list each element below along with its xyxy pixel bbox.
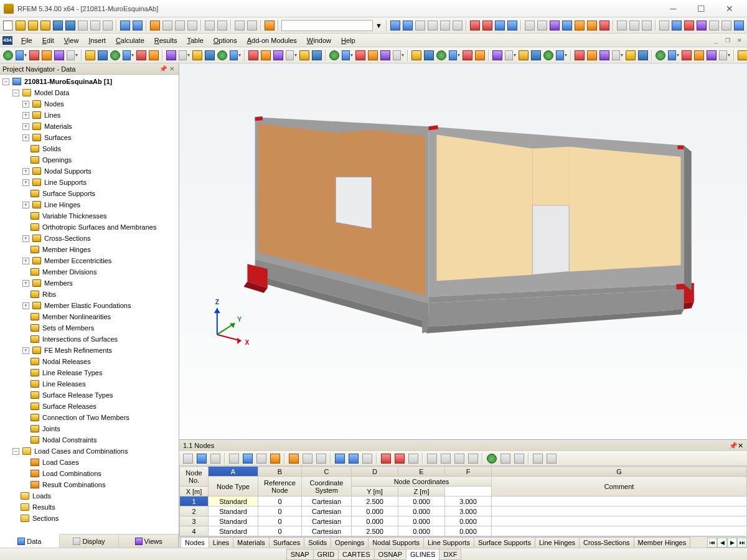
status-snap[interactable]: SNAP bbox=[286, 549, 314, 560]
tree-item-connection-of-two-members[interactable]: Connection of Two Members bbox=[0, 412, 179, 423]
sheet-nav-3[interactable]: ⏭ bbox=[737, 538, 747, 548]
table-tool-icon-16[interactable] bbox=[426, 452, 438, 465]
navigator-close-icon[interactable]: ✕ bbox=[167, 65, 176, 72]
tool2-icon-5[interactable]: ▾ bbox=[66, 49, 78, 62]
table-tool-icon-6[interactable] bbox=[269, 452, 281, 465]
menu-add-on-modules[interactable]: Add-on Modules bbox=[242, 35, 302, 45]
close-button[interactable]: ✕ bbox=[715, 2, 743, 16]
tool2-icon-13[interactable]: ▾ bbox=[178, 49, 190, 62]
table-tool-icon-24[interactable] bbox=[545, 452, 558, 465]
table-tool-icon-5[interactable] bbox=[255, 452, 268, 465]
status-osnap[interactable]: OSNAP bbox=[374, 549, 407, 560]
tool2-icon-50[interactable] bbox=[681, 49, 692, 62]
doc-min-icon[interactable]: _ bbox=[711, 36, 721, 45]
redo-icon[interactable] bbox=[132, 19, 143, 32]
tool2-icon-47[interactable] bbox=[637, 49, 649, 62]
menu-results[interactable]: Results bbox=[149, 35, 182, 45]
status-grid[interactable]: GRID bbox=[313, 549, 339, 560]
sheet-nav-1[interactable]: ◀ bbox=[717, 538, 727, 548]
tree-root[interactable]: −210811-MuroEsquinaAb [1] bbox=[0, 76, 179, 87]
aux-b-icon[interactable] bbox=[671, 19, 682, 32]
menu-help[interactable]: Help bbox=[336, 35, 360, 45]
tool2-icon-54[interactable] bbox=[737, 49, 747, 62]
sheet-tab-openings[interactable]: Openings bbox=[331, 537, 369, 548]
table-close-icon[interactable]: ✕ bbox=[738, 442, 743, 450]
sheet-tab-lines[interactable]: Lines bbox=[209, 537, 233, 548]
loadcase-combo[interactable] bbox=[281, 20, 373, 31]
tool2-icon-20[interactable] bbox=[273, 49, 284, 62]
col-letter-G[interactable]: G bbox=[492, 467, 747, 477]
tree-model-data[interactable]: −Model Data bbox=[0, 87, 179, 98]
col-group-coords[interactable]: Node Coordinates bbox=[352, 477, 492, 487]
tool2-icon-40[interactable] bbox=[543, 49, 554, 62]
tool2-icon-6[interactable] bbox=[85, 49, 96, 62]
tree-item-line-hinges[interactable]: +Line Hinges bbox=[0, 199, 179, 210]
search-icon[interactable] bbox=[149, 19, 161, 32]
tree-item-cross-sections[interactable]: +Cross-Sections bbox=[0, 233, 179, 244]
minimize-button[interactable]: ─ bbox=[659, 2, 687, 16]
status-dxf[interactable]: DXF bbox=[439, 549, 461, 560]
navigator-pin-icon[interactable]: 📌 bbox=[159, 65, 167, 72]
sheet-tab-member-hinges[interactable]: Member Hinges bbox=[634, 537, 691, 548]
open-icon[interactable] bbox=[15, 19, 26, 32]
doc-close-icon[interactable]: ✕ bbox=[735, 36, 745, 45]
undo-icon[interactable] bbox=[120, 19, 131, 32]
aux-g-icon[interactable] bbox=[733, 19, 745, 32]
wire-icon[interactable] bbox=[616, 19, 627, 32]
tool2-icon-18[interactable] bbox=[248, 49, 259, 62]
tool2-icon-0[interactable] bbox=[2, 49, 14, 62]
table-tool-icon-3[interactable] bbox=[228, 452, 240, 465]
tool2-icon-37[interactable]: ▾ bbox=[504, 49, 517, 62]
tool2-icon-42[interactable] bbox=[574, 49, 585, 62]
open-cloud-icon[interactable] bbox=[27, 19, 39, 32]
show-e-icon[interactable] bbox=[574, 19, 585, 32]
tree-item-member-elastic-foundations[interactable]: +Member Elastic Foundations bbox=[0, 300, 179, 311]
col-comment[interactable]: Comment bbox=[492, 477, 747, 497]
tree-item-lines[interactable]: +Lines bbox=[0, 110, 179, 121]
sheet-tab-line-hinges[interactable]: Line Hinges bbox=[535, 537, 580, 548]
display-d-icon[interactable] bbox=[507, 19, 518, 32]
col-Z [m][interactable]: Z [m] bbox=[398, 487, 445, 497]
col-letter-A[interactable]: A bbox=[209, 467, 258, 477]
results-uz-icon[interactable] bbox=[439, 19, 451, 32]
zoom-window-icon[interactable] bbox=[187, 19, 198, 32]
print-preview-icon[interactable] bbox=[90, 19, 101, 32]
table-tool-icon-0[interactable] bbox=[182, 452, 194, 465]
tool2-icon-7[interactable] bbox=[97, 49, 108, 62]
table-tool-icon-20[interactable] bbox=[486, 452, 498, 465]
tree-item-openings[interactable]: Openings bbox=[0, 154, 179, 166]
new-icon[interactable] bbox=[2, 19, 14, 32]
display-b-icon[interactable] bbox=[482, 19, 493, 32]
tool2-icon-10[interactable] bbox=[136, 49, 147, 62]
tree-item-fe-mesh-refinements[interactable]: +FE Mesh Refinements bbox=[0, 345, 179, 356]
table-tool-icon-17[interactable] bbox=[439, 452, 452, 465]
tool2-icon-44[interactable] bbox=[599, 49, 610, 62]
tool2-icon-17[interactable]: ▾ bbox=[229, 49, 242, 62]
col-letter-B[interactable]: B bbox=[258, 467, 302, 477]
tool2-icon-49[interactable]: ▾ bbox=[667, 49, 680, 62]
nav-tab-views[interactable]: Views bbox=[119, 534, 179, 548]
tool2-icon-30[interactable] bbox=[411, 49, 422, 62]
aux-e-icon[interactable] bbox=[708, 19, 720, 32]
table-tool-icon-10[interactable] bbox=[334, 452, 346, 465]
tool2-icon-32[interactable] bbox=[436, 49, 447, 62]
tool2-icon-39[interactable] bbox=[530, 49, 542, 62]
maximize-button[interactable]: ☐ bbox=[687, 2, 715, 16]
table-row[interactable]: 3Standard0Cartesian0.0000.0000.000 bbox=[180, 516, 747, 526]
table-tool-icon-12[interactable] bbox=[361, 452, 374, 465]
tree-item-surface-release-types[interactable]: Surface Release Types bbox=[0, 390, 179, 401]
show-d-icon[interactable] bbox=[561, 19, 573, 32]
results-uy-icon[interactable] bbox=[427, 19, 438, 32]
library-icon[interactable] bbox=[40, 19, 51, 32]
table-row[interactable]: 1Standard0Cartesian2.5000.0003.000 bbox=[180, 497, 747, 506]
tree-item-ribs[interactable]: Ribs bbox=[0, 289, 179, 300]
tree-item-surface-supports[interactable]: Surface Supports bbox=[0, 188, 179, 199]
status-cartes[interactable]: CARTES bbox=[338, 549, 374, 560]
table-tool-icon-1[interactable] bbox=[195, 452, 208, 465]
table-tool-icon-9[interactable] bbox=[315, 452, 327, 465]
aux-c-icon[interactable] bbox=[684, 19, 695, 32]
tool2-icon-26[interactable] bbox=[355, 49, 366, 62]
tool2-icon-38[interactable] bbox=[518, 49, 529, 62]
sheet-tab-surfaces[interactable]: Surfaces bbox=[269, 537, 304, 548]
col-letter-F[interactable]: F bbox=[445, 467, 492, 477]
